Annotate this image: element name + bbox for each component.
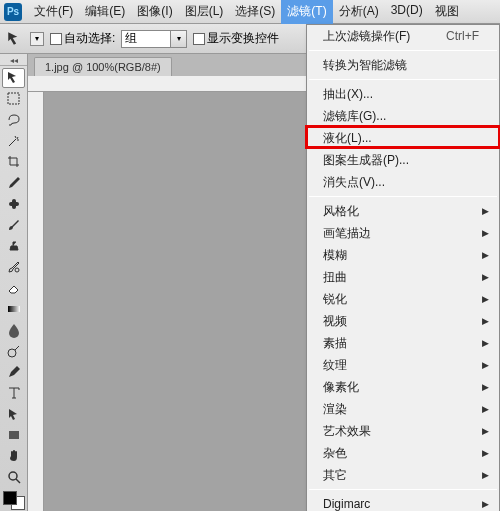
pen-icon xyxy=(6,364,22,380)
menu-item[interactable]: 像素化▶ xyxy=(307,376,499,398)
menu-item[interactable]: 视频▶ xyxy=(307,310,499,332)
menu-item-label: 像素化 xyxy=(323,379,359,396)
svg-rect-6 xyxy=(9,431,19,439)
menu-item[interactable]: 转换为智能滤镜 xyxy=(307,54,499,76)
show-transform-checkbox[interactable]: 显示变换控件 xyxy=(193,30,279,47)
color-swatches[interactable] xyxy=(2,490,26,511)
menu-item[interactable]: 模糊▶ xyxy=(307,244,499,266)
menu-item-label: 抽出(X)... xyxy=(323,86,373,103)
tool-eyedropper[interactable] xyxy=(2,173,25,193)
menu-item[interactable]: 艺术效果▶ xyxy=(307,420,499,442)
menu-item[interactable]: 锐化▶ xyxy=(307,288,499,310)
menu-3D[interactable]: 3D(D) xyxy=(385,0,429,24)
tool-move[interactable] xyxy=(2,68,25,88)
menu-item-label: 消失点(V)... xyxy=(323,174,385,191)
menu-编辑[interactable]: 编辑(E) xyxy=(79,0,131,24)
submenu-arrow-icon: ▶ xyxy=(482,250,489,260)
tool-gradient[interactable] xyxy=(2,299,25,319)
menu-item[interactable]: 消失点(V)... xyxy=(307,171,499,193)
tool-crop[interactable] xyxy=(2,152,25,172)
menu-item[interactable]: 液化(L)... xyxy=(307,127,499,149)
menu-item[interactable]: 扭曲▶ xyxy=(307,266,499,288)
tool-eraser[interactable] xyxy=(2,278,25,298)
submenu-arrow-icon: ▶ xyxy=(482,338,489,348)
menu-item-label: 纹理 xyxy=(323,357,347,374)
marquee-icon xyxy=(6,91,22,107)
svg-point-3 xyxy=(15,268,19,272)
tool-clone-stamp[interactable] xyxy=(2,236,25,256)
tool-dodge[interactable] xyxy=(2,341,25,361)
menu-item-label: 风格化 xyxy=(323,203,359,220)
tool-marquee[interactable] xyxy=(2,89,25,109)
menu-separator xyxy=(309,50,497,51)
tool-brush[interactable] xyxy=(2,215,25,235)
tool-zoom[interactable] xyxy=(2,467,25,487)
chevron-down-icon[interactable]: ▾ xyxy=(171,30,187,48)
tool-spot-heal[interactable] xyxy=(2,194,25,214)
menu-item-label: 艺术效果 xyxy=(323,423,371,440)
document-tab[interactable]: 1.jpg @ 100%(RGB/8#) xyxy=(34,57,172,76)
menu-图像[interactable]: 图像(I) xyxy=(131,0,178,24)
tool-pen[interactable] xyxy=(2,362,25,382)
menu-item[interactable]: 杂色▶ xyxy=(307,442,499,464)
menu-item[interactable]: Digimarc▶ xyxy=(307,493,499,511)
tool-type[interactable] xyxy=(2,383,25,403)
menu-item-last-filter[interactable]: 上次滤镜操作(F) Ctrl+F xyxy=(307,25,499,47)
menu-item-label: 液化(L)... xyxy=(323,130,372,147)
tool-lasso[interactable] xyxy=(2,110,25,130)
tool-hand[interactable] xyxy=(2,446,25,466)
menu-item[interactable]: 渲染▶ xyxy=(307,398,499,420)
menu-item-label: 扭曲 xyxy=(323,269,347,286)
auto-select-combo[interactable]: ▾ xyxy=(121,30,187,48)
tool-history-brush[interactable] xyxy=(2,257,25,277)
submenu-arrow-icon: ▶ xyxy=(482,426,489,436)
svg-point-7 xyxy=(9,472,17,480)
tool-rectangle[interactable] xyxy=(2,425,25,445)
menu-item[interactable]: 画笔描边▶ xyxy=(307,222,499,244)
foreground-color-swatch[interactable] xyxy=(3,491,17,505)
eraser-icon xyxy=(6,280,22,296)
crop-icon xyxy=(6,154,22,170)
menu-选择[interactable]: 选择(S) xyxy=(229,0,281,24)
auto-select-checkbox[interactable]: 自动选择: xyxy=(50,30,115,47)
submenu-arrow-icon: ▶ xyxy=(482,294,489,304)
ruler-vertical xyxy=(28,92,44,511)
zoom-icon xyxy=(6,469,22,485)
menu-item-label: 杂色 xyxy=(323,445,347,462)
menu-item[interactable]: 图案生成器(P)... xyxy=(307,149,499,171)
menu-图层[interactable]: 图层(L) xyxy=(179,0,230,24)
tool-magic-wand[interactable] xyxy=(2,131,25,151)
menu-文件[interactable]: 文件(F) xyxy=(28,0,79,24)
submenu-arrow-icon: ▶ xyxy=(482,499,489,509)
svg-rect-4 xyxy=(8,306,20,312)
tool-path-select[interactable] xyxy=(2,404,25,424)
lasso-icon xyxy=(6,112,22,128)
toolbox: ◂◂ xyxy=(0,54,28,511)
hand-icon xyxy=(6,448,22,464)
menu-item[interactable]: 纹理▶ xyxy=(307,354,499,376)
menu-item-shortcut: Ctrl+F xyxy=(446,29,479,43)
menu-item-label: 上次滤镜操作(F) xyxy=(323,28,410,45)
submenu-arrow-icon: ▶ xyxy=(482,360,489,370)
menu-item[interactable]: 滤镜库(G)... xyxy=(307,105,499,127)
type-icon xyxy=(6,385,22,401)
tool-blur[interactable] xyxy=(2,320,25,340)
svg-rect-0 xyxy=(8,93,19,104)
menu-滤镜[interactable]: 滤镜(T) xyxy=(281,0,332,24)
menu-item[interactable]: 抽出(X)... xyxy=(307,83,499,105)
toolbox-collapse[interactable]: ◂◂ xyxy=(0,56,27,66)
menu-item-label: 画笔描边 xyxy=(323,225,371,242)
menu-item[interactable]: 风格化▶ xyxy=(307,200,499,222)
menu-分析[interactable]: 分析(A) xyxy=(333,0,385,24)
dodge-icon xyxy=(6,343,22,359)
ps-app-icon: Ps xyxy=(4,3,22,21)
menu-视图[interactable]: 视图 xyxy=(429,0,465,24)
brush-icon xyxy=(6,217,22,233)
svg-point-5 xyxy=(8,349,16,357)
tool-preset-dropdown[interactable]: ▾ xyxy=(30,32,44,46)
menu-item[interactable]: 素描▶ xyxy=(307,332,499,354)
menu-item-label: 渲染 xyxy=(323,401,347,418)
svg-rect-2 xyxy=(12,199,16,209)
menu-item[interactable]: 其它▶ xyxy=(307,464,499,486)
auto-select-value[interactable] xyxy=(121,30,171,48)
